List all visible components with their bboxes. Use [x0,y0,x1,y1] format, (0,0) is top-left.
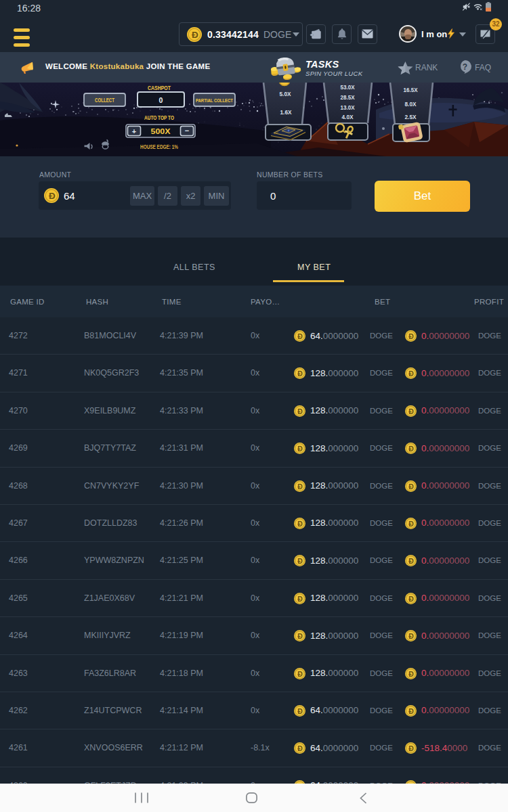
svg-text:Đ: Đ [408,520,414,528]
svg-text:Đ: Đ [297,369,303,378]
svg-text:Đ: Đ [297,669,303,677]
svg-text:2.5X: 2.5X [405,114,417,120]
svg-text:Đ: Đ [297,482,303,490]
svg-text:AUTO TOP TO: AUTO TOP TO [144,114,174,121]
svg-text:Đ: Đ [297,520,303,528]
svg-text:Đ: Đ [408,445,414,453]
svg-text:500X: 500X [151,128,171,135]
svg-text:Đ: Đ [408,482,414,490]
svg-text:Đ: Đ [408,744,414,752]
svg-text:Đ: Đ [297,445,303,453]
svg-text:Đ: Đ [297,332,303,340]
svg-text:Đ: Đ [49,191,56,201]
svg-text:13.0X: 13.0X [341,104,355,111]
svg-text:?: ? [463,62,467,72]
svg-text:Đ: Đ [297,557,303,565]
svg-text:Đ: Đ [297,707,303,715]
svg-text:PARTIAL COLLECT: PARTIAL COLLECT [196,97,233,104]
svg-text:Đ: Đ [408,369,414,378]
svg-text:5.0X: 5.0X [280,91,291,97]
svg-text:Đ: Đ [408,594,414,602]
svg-text:Đ: Đ [297,632,303,640]
svg-text:Đ: Đ [408,407,414,415]
svg-text:Đ: Đ [408,632,414,640]
svg-text:1.6X: 1.6X [280,109,292,116]
svg-text:Đ: Đ [408,557,414,565]
svg-text:0: 0 [159,96,163,104]
svg-text:28.5X: 28.5X [341,94,355,101]
svg-text:Đ: Đ [192,30,198,40]
svg-text:+: + [132,127,136,135]
svg-text:HOUSE EDGE: 1%: HOUSE EDGE: 1% [140,143,178,150]
svg-text:8.0X: 8.0X [405,101,417,108]
svg-text:Đ: Đ [408,669,414,677]
svg-text:COLLECT: COLLECT [95,97,115,104]
svg-text:Đ: Đ [408,707,414,715]
svg-text:Đ: Đ [297,407,303,415]
svg-text:−: − [185,127,189,135]
svg-text:Đ: Đ [297,744,303,752]
svg-text:Đ: Đ [297,594,303,602]
svg-text:16.5X: 16.5X [404,87,418,93]
svg-text:Đ: Đ [408,332,414,340]
svg-text:CASHPOT: CASHPOT [148,85,171,91]
svg-text:53.0X: 53.0X [341,84,355,91]
svg-text:4.0X: 4.0X [342,114,354,120]
